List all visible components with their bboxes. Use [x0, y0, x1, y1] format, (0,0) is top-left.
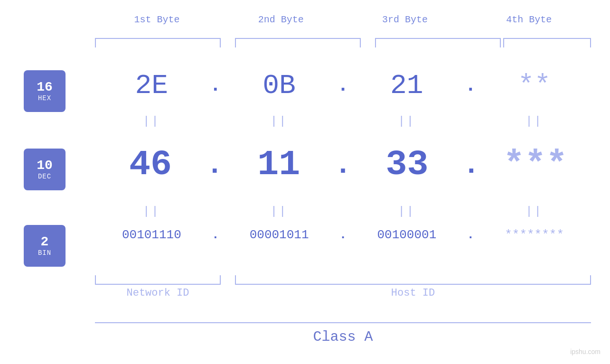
hex-dot-1: . — [208, 75, 223, 96]
hex-byte-1: 2E — [95, 70, 208, 101]
col-header-3: 3rd Byte — [343, 14, 467, 25]
badge-bin-label: BIN — [38, 249, 51, 257]
bin-byte-4: ******** — [478, 228, 591, 242]
eq-1-1: || — [95, 115, 208, 128]
eq-1-4: || — [478, 115, 591, 128]
top-bracket-1 — [95, 38, 221, 47]
host-bracket — [235, 275, 591, 285]
network-bracket — [95, 275, 221, 285]
hex-dot-2: . — [336, 75, 350, 96]
dec-byte-1: 46 — [95, 145, 206, 185]
badge-dec-label: DEC — [38, 173, 51, 180]
top-bracket-4 — [503, 38, 591, 47]
equals-row-2: || || || || — [95, 205, 591, 218]
column-headers: 1st Byte 2nd Byte 3rd Byte 4th Byte — [95, 14, 591, 25]
top-bracket-3 — [375, 38, 501, 47]
col-header-1: 1st Byte — [95, 14, 219, 25]
bin-dot-1: . — [208, 228, 223, 242]
bin-byte-1: 00101110 — [95, 228, 208, 242]
bin-byte-2: 00001011 — [223, 228, 336, 242]
badge-hex-number: 16 — [37, 80, 53, 95]
network-id-label: Network ID — [95, 287, 221, 299]
dec-byte-2: 11 — [223, 145, 334, 185]
host-id-label: Host ID — [235, 287, 591, 299]
id-labels: Network ID Host ID — [95, 287, 591, 299]
hex-byte-3: 21 — [350, 70, 464, 101]
dec-dot-2: . — [334, 149, 351, 181]
equals-row-1: || || || || — [95, 115, 591, 128]
badge-dec: 10 DEC — [24, 149, 66, 190]
watermark: ipshu.com — [570, 348, 601, 355]
eq-2-3: || — [350, 205, 464, 218]
bin-dot-2: . — [336, 228, 350, 242]
main-container: 1st Byte 2nd Byte 3rd Byte 4th Byte 16 H… — [0, 0, 610, 364]
eq-1-3: || — [350, 115, 464, 128]
bin-byte-3: 00100001 — [350, 228, 464, 242]
hex-byte-4: ** — [478, 70, 591, 101]
eq-2-4: || — [478, 205, 591, 218]
col-header-2: 2nd Byte — [219, 14, 343, 25]
class-label: Class A — [95, 329, 591, 345]
badge-hex: 16 HEX — [24, 70, 66, 112]
eq-2-2: || — [223, 205, 336, 218]
row-hex: 2E . 0B . 21 . ** — [95, 70, 591, 101]
col-header-4: 4th Byte — [467, 14, 591, 25]
bin-dot-3: . — [463, 228, 478, 242]
eq-2-1: || — [95, 205, 208, 218]
eq-1-2: || — [223, 115, 336, 128]
dec-byte-3: 33 — [352, 145, 463, 185]
top-bracket-2 — [235, 38, 361, 47]
host-id-spacer — [221, 287, 235, 299]
badge-dec-number: 10 — [37, 159, 53, 173]
hex-dot-3: . — [463, 75, 478, 96]
row-bin: 00101110 . 00001011 . 00100001 . *******… — [95, 228, 591, 242]
dec-dot-1: . — [206, 149, 223, 181]
badge-bin: 2 BIN — [24, 225, 66, 267]
dec-dot-3: . — [463, 149, 480, 181]
class-label-container: Class A — [95, 322, 591, 345]
hex-byte-2: 0B — [223, 70, 336, 101]
dec-byte-4: *** — [480, 145, 591, 185]
class-line — [95, 322, 591, 323]
badge-hex-label: HEX — [38, 94, 51, 102]
row-dec: 46 . 11 . 33 . *** — [95, 145, 591, 185]
badge-bin-number: 2 — [41, 235, 49, 250]
